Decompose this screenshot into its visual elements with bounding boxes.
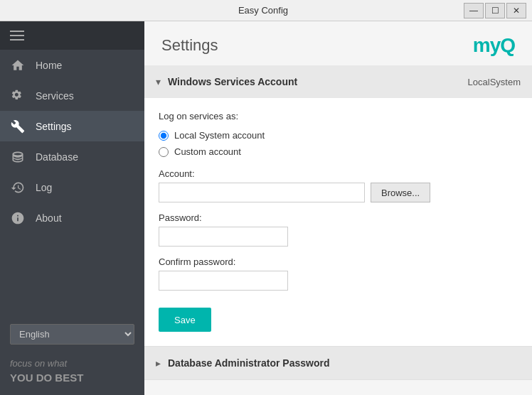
radio-custom-account-label: Custom account: [174, 146, 241, 157]
window-title: Easy Config: [63, 5, 464, 16]
sidebar-item-about[interactable]: About: [0, 202, 144, 233]
database-admin-password-section: Database Administrator Password: [144, 347, 532, 380]
tagline-line1: focus on what: [10, 357, 134, 370]
windows-services-account-section: Windows Services Account LocalSystem Log…: [144, 65, 532, 347]
sidebar-item-settings[interactable]: Settings: [0, 111, 144, 141]
sidebar-item-log[interactable]: Log: [0, 172, 144, 202]
settings-icon: [10, 119, 26, 134]
confirm-password-field-group: Confirm password:: [159, 256, 518, 291]
windows-services-account-header[interactable]: Windows Services Account LocalSystem: [144, 65, 532, 98]
sidebar-item-label-log: Log: [36, 182, 52, 193]
account-field-group: Account: Browse...: [159, 168, 518, 202]
password-field-group: Password:: [159, 212, 518, 247]
myq-logo: myQ: [473, 34, 515, 57]
sidebar-item-database[interactable]: Database: [0, 141, 144, 172]
database-icon: [10, 149, 26, 165]
radio-local-system-label: Local System account: [174, 130, 265, 141]
windows-services-account-body: Log on services as: Local System account…: [144, 98, 532, 346]
chevron-down-icon: [156, 76, 161, 87]
main-content: Settings myQ Windows Services Account Lo…: [144, 21, 532, 395]
main-scroll[interactable]: Windows Services Account LocalSystem Log…: [144, 65, 532, 395]
db-section-header-left: Database Administrator Password: [156, 357, 329, 369]
log-icon: [10, 180, 26, 195]
title-bar: Easy Config — ☐ ✕: [0, 0, 532, 21]
app-body: Home Services Settings: [0, 21, 532, 395]
radio-local-system[interactable]: Local System account: [159, 130, 518, 141]
confirm-password-input[interactable]: [159, 271, 288, 291]
home-icon: [10, 58, 26, 73]
account-label: Account:: [159, 168, 518, 179]
sidebar-nav: Home Services Settings: [0, 50, 144, 317]
browse-button[interactable]: Browse...: [371, 183, 430, 202]
chevron-right-icon: [156, 357, 161, 369]
windows-services-account-title: Windows Services Account: [168, 76, 297, 87]
sidebar-item-label-about: About: [36, 212, 62, 224]
about-icon: [10, 210, 26, 226]
sidebar-footer: English Deutsch Français Español focus o…: [0, 317, 144, 395]
window-controls: — ☐ ✕: [464, 3, 526, 18]
database-admin-password-title: Database Administrator Password: [168, 357, 329, 369]
sidebar-item-home[interactable]: Home: [0, 50, 144, 80]
radio-local-system-input[interactable]: [159, 131, 169, 141]
password-label: Password:: [159, 212, 518, 223]
hamburger-menu[interactable]: [10, 31, 24, 40]
account-field-row: Browse...: [159, 183, 518, 202]
radio-custom-account[interactable]: Custom account: [159, 146, 518, 157]
save-button[interactable]: Save: [159, 308, 211, 332]
section-status-localsystem: LocalSystem: [468, 77, 521, 87]
sidebar-tagline: focus on what YOU DO BEST: [10, 357, 134, 385]
confirm-password-label: Confirm password:: [159, 256, 518, 267]
tagline-line2: YOU DO BEST: [10, 370, 134, 385]
logon-label: Log on services as:: [159, 111, 518, 121]
minimize-button[interactable]: —: [464, 3, 484, 18]
sidebar-item-label-services: Services: [36, 90, 74, 102]
close-button[interactable]: ✕: [506, 3, 526, 18]
radio-custom-account-input[interactable]: [159, 147, 169, 157]
sidebar-item-label-database: Database: [36, 151, 78, 163]
page-title: Settings: [161, 36, 218, 55]
radio-group-logon: Local System account Custom account: [159, 130, 518, 157]
sidebar-header: [0, 21, 144, 50]
language-select[interactable]: English Deutsch Français Español: [10, 324, 134, 345]
sidebar-item-label-settings: Settings: [36, 121, 72, 132]
logo-suffix: Q: [500, 34, 515, 56]
maximize-button[interactable]: ☐: [485, 3, 505, 18]
database-admin-password-header[interactable]: Database Administrator Password: [144, 347, 532, 379]
logo-prefix: my: [473, 34, 500, 56]
sidebar-item-label-home: Home: [36, 60, 62, 71]
account-input[interactable]: [159, 183, 365, 202]
main-header: Settings myQ: [144, 21, 532, 65]
section-header-left: Windows Services Account: [156, 76, 297, 87]
sidebar-item-services[interactable]: Services: [0, 80, 144, 111]
services-icon: [10, 88, 26, 104]
sidebar: Home Services Settings: [0, 21, 144, 395]
password-input[interactable]: [159, 227, 288, 247]
